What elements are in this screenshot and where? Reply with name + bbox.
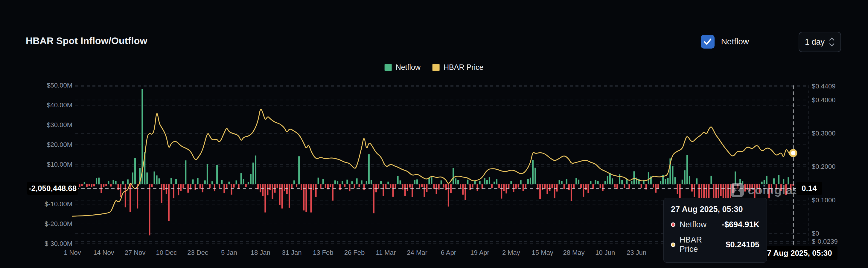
- netflow-bar: [450, 184, 452, 193]
- netflow-bar: [332, 184, 334, 200]
- netflow-bar: [537, 184, 538, 189]
- netflow-bar: [677, 184, 678, 194]
- netflow-bar: [342, 181, 343, 184]
- netflow-bar: [411, 184, 413, 197]
- netflow-bar: [103, 184, 104, 187]
- netflow-bar: [122, 181, 124, 184]
- netflow-bar: [277, 184, 278, 188]
- netflow-bar: [667, 178, 669, 184]
- netflow-bar: [436, 184, 437, 194]
- netflow-bar: [431, 177, 432, 184]
- netflow-bar: [199, 184, 201, 189]
- netflow-bar: [182, 184, 184, 188]
- netflow-bar: [587, 184, 589, 193]
- netflow-bar: [578, 180, 579, 184]
- netflow-bar: [539, 184, 541, 199]
- netflow-bar: [298, 156, 300, 184]
- crosshair-date-label: 27 Aug 2025, 05:30: [757, 246, 837, 260]
- netflow-bar: [170, 178, 172, 184]
- netflow-bar: [653, 184, 654, 188]
- netflow-bar: [93, 184, 95, 186]
- netflow-bar: [689, 176, 690, 184]
- tooltip-row-label: Netflow: [680, 220, 707, 229]
- tooltip-row-label: HBAR Price: [680, 235, 722, 254]
- tooltip-row-value: $0.24105: [725, 240, 760, 249]
- netflow-bar: [455, 178, 457, 184]
- netflow-bar: [132, 172, 133, 184]
- netflow-bar: [551, 184, 553, 188]
- netflow-bar: [175, 179, 177, 184]
- netflow-bar: [212, 181, 213, 184]
- netflow-bar: [525, 184, 526, 188]
- netflow-bar: [385, 184, 386, 189]
- netflow-bar: [81, 184, 83, 186]
- coinglass-hourglass-icon: [731, 182, 744, 198]
- netflow-bar: [416, 180, 418, 185]
- netflow-bar: [498, 184, 500, 188]
- netflow-bar: [542, 184, 543, 190]
- netflow-bar: [641, 184, 642, 188]
- netflow-bar: [402, 184, 403, 189]
- tooltip: 27 Aug 2025, 05:30 Netflow -$694.91K HBA…: [663, 198, 767, 263]
- netflow-bar: [479, 181, 480, 184]
- netflow-bar: [221, 180, 222, 184]
- netflow-bar: [515, 184, 517, 189]
- netflow-bar: [489, 177, 490, 184]
- netflow-bar: [407, 184, 408, 191]
- netflow-bar: [491, 184, 493, 188]
- netflow-bar: [693, 184, 695, 197]
- netflow-bar: [595, 180, 596, 184]
- netflow-bar: [443, 184, 444, 188]
- netflow-bar: [465, 184, 466, 200]
- netflow-bar: [523, 184, 524, 191]
- netflow-bar: [621, 180, 623, 184]
- netflow-bar: [344, 184, 345, 187]
- netflow-bar: [223, 184, 225, 193]
- netflow-bar: [356, 178, 358, 184]
- netflow-bar: [631, 181, 632, 184]
- netflow-bar: [648, 172, 649, 184]
- netflow-bar: [243, 179, 244, 184]
- netflow-bar: [154, 171, 155, 184]
- netflow-bar: [380, 181, 382, 184]
- netflow-bar: [366, 181, 367, 184]
- netflow-bar: [576, 178, 577, 184]
- netflow-bar: [675, 177, 676, 184]
- netflow-bar: [315, 184, 317, 197]
- netflow-bar: [378, 184, 379, 189]
- netflow-bar: [158, 178, 160, 184]
- netflow-bar: [250, 174, 252, 184]
- netflow-bar: [633, 171, 635, 184]
- netflow-bar: [98, 178, 100, 184]
- netflow-bar: [486, 180, 488, 184]
- netflow-bar: [462, 184, 464, 194]
- netflow-bar: [527, 179, 529, 184]
- netflow-bar: [286, 184, 288, 194]
- netflow-bar: [284, 184, 285, 191]
- netflow-bar: [682, 180, 683, 184]
- netflow-bar: [337, 181, 338, 184]
- netflow-bar: [325, 184, 326, 188]
- netflow-bar: [614, 184, 616, 188]
- netflow-bar: [219, 184, 220, 188]
- netflow-bar: [115, 181, 117, 184]
- netflow-bar: [301, 184, 302, 190]
- netflow-bar: [624, 184, 625, 188]
- watermark: coinglass: [731, 182, 807, 198]
- netflow-bar: [453, 168, 454, 184]
- netflow-bar: [318, 178, 319, 184]
- tooltip-row-value: -$694.91K: [722, 220, 760, 229]
- netflow-bar: [503, 184, 504, 191]
- netflow-bar: [554, 184, 555, 198]
- netflow-bar: [457, 180, 459, 184]
- netflow-bar: [166, 184, 167, 194]
- netflow-bar: [448, 184, 449, 207]
- netflow-bar: [252, 162, 254, 184]
- netflow-bar: [255, 156, 256, 184]
- netflow-bar: [441, 181, 442, 184]
- netflow-bar: [612, 178, 613, 184]
- crosshair-price-label: 0.14: [796, 182, 822, 195]
- netflow-bar: [330, 184, 331, 187]
- netflow-bar: [361, 181, 363, 184]
- netflow-bar: [190, 184, 191, 189]
